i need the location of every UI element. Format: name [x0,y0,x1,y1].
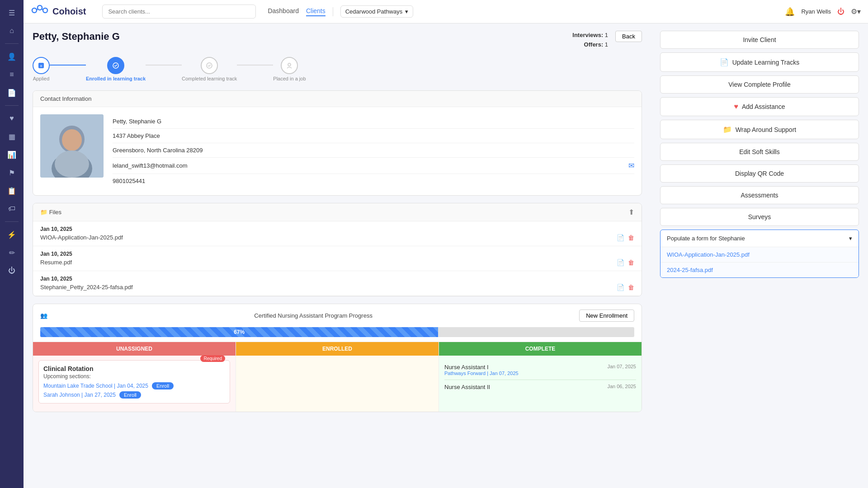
back-button[interactable]: Back [615,31,642,42]
section-link-2[interactable]: Sarah Johnson | Jan 27, 2025 [43,392,116,398]
power-icon[interactable]: ⏻ [837,8,844,16]
svg-text:≡: ≡ [40,64,42,68]
nav-dashboard[interactable]: Dashboard [268,7,299,16]
file-group-1: Jan 10, 2025 WIOA-Application-Jan-2025.p… [33,221,642,246]
view-complete-profile-button[interactable]: View Complete Profile [660,75,859,94]
step-circle-applied: ≡ [33,57,50,74]
complete-link-1[interactable]: Pathways Forward | Jan 07, 2025 [444,371,636,376]
svg-point-2 [43,8,47,13]
populate-form-dropdown[interactable]: Populate a form for Stephanie ▾ WIOA-App… [660,230,859,278]
step-label-enrolled: Enrolled in learning track [86,76,146,81]
step-circle-completed [201,57,218,74]
update-learning-tracks-button[interactable]: 📄 Update Learning Tracks [660,52,859,72]
course-section-1: Mountain Lake Trade School | Jan 04, 202… [43,382,225,389]
step-label-completed: Completed learning track [182,76,237,81]
heart-btn-icon: ♥ [734,103,738,111]
search-box[interactable] [102,5,256,19]
display-qr-code-button[interactable]: Display QR Code [660,164,859,183]
assessments-button[interactable]: Assessments [660,186,859,204]
file-name-2: Resume.pdf [40,259,72,266]
progress-label: 67% [234,329,245,335]
program-title: Certified Nursing Assistant Program Prog… [254,312,373,319]
program-header: 👥 Certified Nursing Assistant Program Pr… [33,304,642,327]
surveys-label: Surveys [748,213,771,221]
col-header-enrolled: Enrolled [236,342,439,356]
email-icon[interactable]: ✉ [628,161,634,170]
enroll-button-1[interactable]: Enroll [152,382,174,389]
heart-icon[interactable]: ♥ [3,110,21,127]
course-title-clinical: Clinical Rotation [43,365,93,372]
edit-icon[interactable]: ✏ [3,244,21,261]
enroll-button-2[interactable]: Enroll [119,391,141,399]
files-section-label: 📁 Files [40,209,61,216]
left-content: Petty, Stephanie G Interviews: 1 Offers:… [24,23,651,488]
col-complete: Complete Nurse Assistant I Jan 07, 2025 … [439,342,642,412]
form-dropdown-header[interactable]: Populate a form for Stephanie ▾ [660,230,859,247]
learning-tracks-icon: 📄 [720,58,729,66]
tag-icon[interactable]: 🏷 [3,201,21,217]
page-title: Petty, Stephanie G [33,31,120,42]
surveys-button[interactable]: Surveys [660,208,859,226]
form-option-1[interactable]: WIOA-Application-Jan-2025.pdf [660,247,859,262]
progress-bar-bg: 67% [40,327,634,337]
add-assistance-button[interactable]: ♥ Add Assistance [660,97,859,116]
view-profile-label: View Complete Profile [728,81,790,88]
col-header-unassigned: Unassigned [33,342,236,356]
avatar [40,114,104,178]
gear-icon[interactable]: ⚙▾ [851,7,861,16]
delete-icon-2[interactable]: 🗑 [628,259,634,266]
contact-city-field: Greensboro, North Carolina 28209 [113,143,634,158]
contact-card-body: Petty, Stephanie G 1437 Abbey Place Gree… [33,107,642,195]
nav-clients[interactable]: Clients [306,7,326,16]
delete-icon-3[interactable]: 🗑 [628,284,634,291]
topnav: Cohoist Dashboard Clients Cedarwood Path… [24,0,868,23]
files-card: 📁 Files ⬆ Jan 10, 2025 WIOA-Application-… [33,203,642,296]
step-circle-enrolled [107,57,124,74]
edit-soft-skills-button[interactable]: Edit Soft Skills [660,143,859,161]
step-circle-placed [281,57,298,74]
upload-icon[interactable]: ⬆ [628,208,634,216]
wrap-around-support-button[interactable]: 📁 Wrap Around Support [660,120,859,139]
bell-icon[interactable]: 🔔 [785,7,795,17]
section-link-1[interactable]: Mountain Lake Trade School | Jan 04, 202… [43,383,148,389]
invite-client-button[interactable]: Invite Client [660,31,859,49]
chevron-down-icon: ▾ [405,8,408,15]
right-panel: Invite Client 📄 Update Learning Tracks V… [651,23,868,488]
file-date-3: Jan 10, 2025 [40,276,634,282]
interviews-info: Interviews: 1 Offers: 1 [572,31,608,50]
lightning-icon[interactable]: ⚡ [3,226,21,243]
forms-icon[interactable]: 📋 [3,183,21,199]
sidebar-separator-3 [5,221,19,222]
list-icon[interactable]: ≡ [3,66,21,83]
folder-icon[interactable]: ▦ [3,128,21,145]
contact-phone: 9801025441 [113,178,145,184]
flag-icon[interactable]: ⚑ [3,164,21,181]
col-body-complete: Nurse Assistant I Jan 07, 2025 Pathways … [439,356,642,399]
menu-icon[interactable]: ☰ [3,5,21,21]
step-line-2 [146,65,182,66]
contact-layout: Petty, Stephanie G 1437 Abbey Place Gree… [33,107,642,195]
people-icon[interactable]: 👤 [3,48,21,65]
home-icon[interactable]: ⌂ [3,23,21,39]
pdf-icon-3[interactable]: 📄 [617,284,624,291]
complete-title-1: Nurse Assistant I [444,364,489,371]
document-icon[interactable]: 📄 [3,84,21,101]
edit-soft-skills-label: Edit Soft Skills [739,148,779,155]
power-sidebar-icon[interactable]: ⏻ [3,263,21,279]
columns-wrap: Unassigned Clinical Rotation Required Up… [33,342,642,412]
invite-client-label: Invite Client [743,36,776,43]
contact-section-label: Contact Information [40,95,91,102]
search-input[interactable] [102,5,256,19]
chart-icon[interactable]: 📊 [3,146,21,163]
nav-links: Dashboard Clients [268,7,325,16]
step-placed: Placed in a job [273,57,306,81]
course-section-2: Sarah Johnson | Jan 27, 2025 Enroll [43,391,225,399]
complete-course-1: Nurse Assistant I Jan 07, 2025 Pathways … [444,360,636,380]
delete-icon-1[interactable]: 🗑 [628,234,634,241]
pdf-icon-1[interactable]: 📄 [617,234,624,241]
new-enrollment-button[interactable]: New Enrollment [579,310,634,322]
svg-line-12 [209,65,211,66]
org-selector[interactable]: Cedarwood Pathways ▾ [340,5,413,18]
form-option-2[interactable]: 2024-25-fafsa.pdf [660,262,859,277]
pdf-icon-2[interactable]: 📄 [617,259,624,266]
